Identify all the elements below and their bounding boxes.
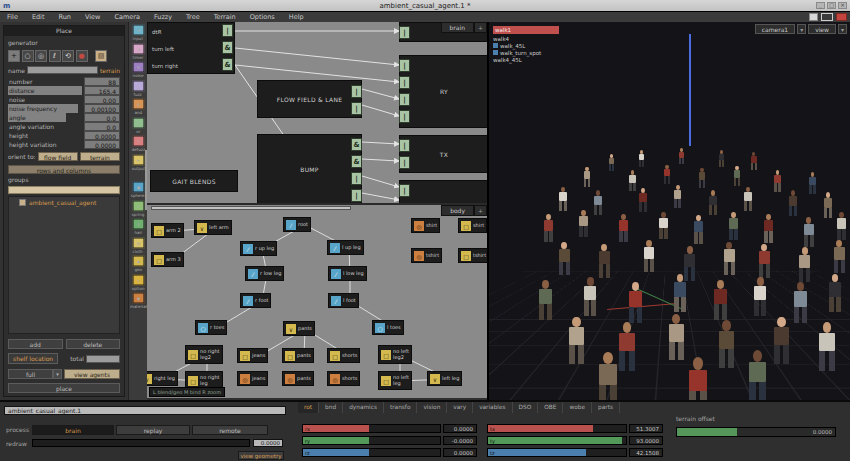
palette-spring-node[interactable]: ≈spring (130, 200, 147, 217)
clip-item[interactable]: walk4_45L (493, 56, 559, 63)
port-or-icon[interactable]: | (222, 24, 233, 37)
body-node-pants_y[interactable]: □pants (282, 348, 314, 363)
crowd-person[interactable] (809, 172, 816, 194)
crowd-person[interactable] (639, 188, 647, 212)
body-node-l_up_leg[interactable]: ⁄l up leg (327, 240, 364, 255)
body-tab-add-icon[interactable]: + (474, 205, 487, 216)
palette-defuzz-node[interactable]: ▽defuzz (130, 135, 147, 152)
redraw-value[interactable]: 0.0000 (253, 439, 283, 447)
brain-box-ry[interactable]: RY|||| (399, 55, 487, 128)
tab-parts[interactable]: parts (592, 402, 620, 413)
crowd-person[interactable] (629, 170, 636, 191)
port-and-icon[interactable]: & (351, 138, 362, 151)
brain-box-gait_blends[interactable]: GAIT BLENDS (150, 170, 238, 192)
crowd-person[interactable] (759, 244, 770, 278)
place-panel-title[interactable]: Place (4, 26, 124, 36)
body-node-r_up_leg[interactable]: ⁄r up leg (240, 241, 277, 256)
clip-item[interactable]: walk_45L (493, 42, 559, 49)
port-or-icon[interactable]: | (399, 93, 410, 106)
tab-bnd[interactable]: bnd (319, 402, 343, 413)
crowd-person[interactable] (829, 274, 841, 312)
terrain-offset-slider[interactable]: 0.0000 (676, 427, 836, 437)
name-input[interactable] (27, 66, 98, 74)
brain-tab[interactable]: brain (441, 22, 474, 33)
body-node-root[interactable]: ⁄root (283, 217, 311, 232)
trans-tx-value[interactable]: 51.3007 (629, 424, 663, 433)
trans-ty-slider[interactable]: ty (487, 436, 627, 445)
menu-view[interactable]: View (78, 12, 107, 23)
menu-file[interactable]: File (0, 12, 25, 23)
body-tab[interactable]: body (441, 205, 474, 216)
param-value-angle-variation[interactable]: 0.0 (84, 122, 120, 131)
brain-tab-add-icon[interactable]: + (474, 22, 487, 33)
redraw-slider[interactable] (32, 439, 250, 447)
body-graph-hscrollbar[interactable] (151, 206, 351, 210)
crowd-person[interactable] (584, 167, 590, 187)
body-node-left_leg[interactable]: ∨left leg (427, 371, 462, 386)
crowd-person[interactable] (819, 322, 835, 371)
process-remote-button[interactable]: remote (192, 425, 268, 435)
menu-edit[interactable]: Edit (25, 12, 52, 23)
body-node-pants_hub[interactable]: ∨pants (283, 321, 315, 336)
menu-run[interactable]: Run (51, 12, 77, 23)
body-node-shirt_y[interactable]: □shirt (458, 218, 487, 233)
tab-rot[interactable]: rot (298, 402, 319, 413)
body-node-no_left_leg2[interactable]: □no left leg2 (378, 345, 412, 364)
palette-fuzz-node[interactable]: △fuzz (130, 80, 147, 97)
crowd-person[interactable] (709, 190, 717, 215)
tab-vision[interactable]: vision (417, 402, 447, 413)
palette-hair-node[interactable]: ∥hair (130, 218, 147, 235)
crowd-person[interactable] (789, 190, 797, 216)
brain-box-bot_out[interactable]: | (399, 180, 487, 205)
trans-ty-value[interactable]: 93.0000 (629, 436, 663, 445)
body-node-l_low_leg[interactable]: ⁄l low leg (328, 266, 367, 281)
crowd-person[interactable] (729, 212, 738, 240)
body-node-shirt_o[interactable]: ◎shirt (411, 218, 440, 233)
crowd-person[interactable] (689, 357, 707, 400)
body-node-r_low_leg[interactable]: ⁄r low leg (245, 266, 284, 281)
menu-camera[interactable]: Camera (107, 12, 147, 23)
crowd-person[interactable] (679, 148, 684, 164)
tab-wobe[interactable]: wobe (563, 402, 592, 413)
crowd-person[interactable] (669, 314, 684, 360)
port-or-icon[interactable]: | (351, 172, 362, 185)
rows-and-columns-button[interactable]: rows and columns (8, 165, 120, 174)
port-and-icon[interactable]: & (222, 41, 233, 54)
paint-tool[interactable]: ● (76, 50, 88, 62)
param-label[interactable]: distance (8, 86, 82, 95)
rot-rz-value[interactable]: 0.0000 (443, 448, 477, 457)
brain-box-gait_inputs[interactable]: dtR|turn left&turn right& (147, 22, 235, 74)
crowd-person[interactable] (749, 350, 766, 400)
minimize-icon[interactable]: _ (816, 2, 825, 9)
palette-sphere-node[interactable]: ●sphere (130, 181, 147, 198)
view-geometry-button[interactable]: view geometry (238, 451, 284, 460)
shelf-location-button[interactable]: shelf location (8, 353, 58, 364)
port-or-icon[interactable]: | (399, 110, 410, 123)
param-value-height-variation[interactable]: 0.0000 (84, 140, 120, 149)
crowd-person[interactable] (719, 320, 734, 368)
crowd-person[interactable] (559, 187, 567, 211)
tab-vary[interactable]: vary (447, 402, 473, 413)
tab-variables[interactable]: variables (473, 402, 512, 413)
loop-tool[interactable]: ⟲ (62, 50, 74, 62)
view-menu-icon[interactable]: ▾ (838, 24, 847, 34)
menu-terrain[interactable]: Terrain (207, 12, 243, 23)
palette-and-node[interactable]: &and (130, 98, 147, 115)
port-or-icon[interactable]: | (399, 156, 410, 169)
body-node-l_toes[interactable]: ○l toes (372, 320, 404, 335)
palette-timer-node[interactable]: ◔timer (130, 43, 147, 60)
param-value-noise[interactable]: 0.00 (84, 95, 120, 104)
menu-tree[interactable]: Tree (179, 12, 207, 23)
brain-box-tx[interactable]: TX|| (399, 135, 487, 173)
param-label[interactable]: angle (8, 113, 82, 122)
crowd-person[interactable] (674, 274, 686, 312)
crowd-person[interactable] (599, 244, 610, 278)
port-or-icon[interactable]: | (351, 189, 362, 202)
crowd-person[interactable] (694, 215, 703, 244)
agent-name-field[interactable]: ambient_casual_agent.1 (4, 406, 286, 415)
crowd-person[interactable] (644, 240, 654, 272)
camera-menu-icon[interactable]: ▾ (797, 24, 806, 34)
body-graph-panel[interactable]: body + L blend/geo M bind R zoom ⁄root□a… (147, 205, 487, 398)
crowd-person[interactable] (659, 212, 668, 239)
view-select-button[interactable]: view (808, 24, 836, 34)
